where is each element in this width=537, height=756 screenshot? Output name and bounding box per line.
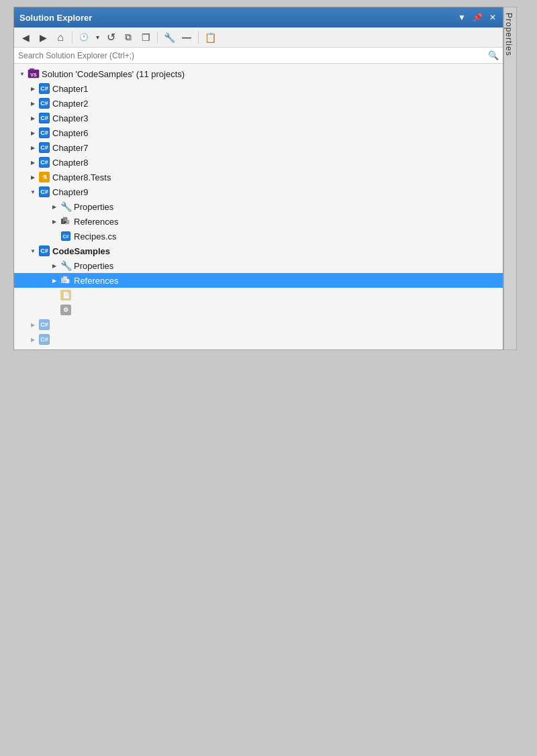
svg-rect-1 [30, 68, 34, 70]
expand-codesamples-references[interactable]: ▶ [49, 275, 60, 286]
forward-toolbar-btn[interactable]: ▶ [36, 30, 50, 45]
tree-item-chapter3[interactable]: ▶ C# Chapter3 [14, 111, 503, 125]
chapter9-references-label: References [74, 217, 118, 227]
tree-item-chapter8tests[interactable]: ▶ ⚗ Chapter8.Tests [14, 170, 503, 184]
tree-item-chapter6[interactable]: ▶ C# Chapter6 [14, 125, 503, 140]
tree-item-chapter9-references[interactable]: ▶ References [14, 214, 503, 229]
dropdown-arrow-btn[interactable]: ▾ [94, 30, 101, 45]
expand-chapter9-references[interactable]: ▶ [49, 216, 60, 227]
codesamples-references-label: References [74, 276, 118, 286]
view-toolbar-btn[interactable]: 📋 [203, 30, 217, 45]
minus-toolbar-btn[interactable]: — [179, 30, 194, 45]
chapter9-recipes-label: Recipes.cs [74, 231, 117, 241]
chapter2-icon: C# [38, 97, 50, 109]
title-bar-controls: ▼ 📌 ✕ [456, 13, 497, 22]
expand-chapter8tests[interactable]: ▶ [28, 172, 38, 182]
tree-item-chapter7[interactable]: ▶ C# Chapter7 [14, 140, 503, 155]
refresh-toolbar-btn[interactable]: ↺ [103, 30, 118, 45]
tree-item-chapter9-properties[interactable]: ▶ 🔧 Properties [14, 199, 503, 214]
svg-text:VS: VS [30, 72, 37, 77]
chapter7-label: Chapter7 [52, 143, 88, 153]
solution-icon: VS [28, 68, 40, 80]
toolbar-sep-3 [198, 32, 199, 44]
search-bar: 🔍 [14, 48, 503, 64]
expand-codesamples[interactable]: ▼ [28, 246, 38, 256]
expand-extra1[interactable]: ▶ [28, 319, 38, 330]
tree-area: ▼ VS Solution 'CodeSamples' (11 projects… [14, 64, 503, 349]
expand-chapter8[interactable]: ▶ [28, 157, 38, 168]
close-title-btn[interactable]: ✕ [488, 13, 497, 22]
extra1-icon: C# [38, 319, 50, 331]
svg-rect-10 [64, 280, 66, 282]
extra2-icon: C# [38, 333, 50, 345]
expand-chapter9-properties[interactable]: ▶ [49, 201, 60, 212]
pin-btn[interactable]: 📌 [471, 13, 484, 22]
properties-tab-label: Properties [504, 13, 514, 56]
solution-explorer-panel: Solution Explorer ▼ 📌 ✕ ◀ ▶ ⌂ 🕐 ▾ ↺ ⧉ ❐ … [13, 7, 503, 350]
toolbar-sep-1 [72, 32, 72, 44]
chapter9-label: Chapter9 [52, 187, 88, 197]
chapter3-icon: C# [38, 112, 50, 124]
chapter9-properties-label: Properties [74, 202, 113, 212]
tree-item-partial-2[interactable]: ⚙ [14, 303, 503, 317]
svg-rect-6 [64, 221, 66, 223]
copy2-toolbar-btn[interactable]: ❐ [138, 30, 153, 45]
chapter1-label: Chapter1 [52, 84, 88, 94]
tree-item-partial-1[interactable]: 📄 [14, 288, 503, 303]
expand-extra2[interactable]: ▶ [28, 334, 38, 345]
tree-item-chapter8[interactable]: ▶ C# Chapter8 [14, 155, 503, 170]
codesamples-label: CodeSamples [52, 246, 110, 256]
expand-chapter1[interactable]: ▶ [28, 83, 38, 94]
expand-solution[interactable]: ▼ [17, 68, 28, 79]
tree-item-codesamples-properties[interactable]: ▶ 🔧 Properties [14, 258, 503, 273]
toolbar-sep-2 [157, 32, 158, 44]
back-toolbar-btn[interactable]: ◀ [18, 30, 33, 45]
search-input[interactable] [18, 51, 488, 60]
expand-chapter7[interactable]: ▶ [28, 142, 38, 153]
tree-item-codesamples-references[interactable]: ▶ References [14, 273, 503, 288]
toolbar: ◀ ▶ ⌂ 🕐 ▾ ↺ ⧉ ❐ 🔧 — 📋 [14, 28, 503, 48]
chapter3-label: Chapter3 [52, 113, 88, 123]
chapter8tests-label: Chapter8.Tests [52, 172, 111, 182]
chapter1-icon: C# [38, 83, 50, 95]
expand-chapter6[interactable]: ▶ [28, 127, 38, 138]
references-icon [60, 215, 72, 227]
codesamples-references-icon [60, 274, 72, 286]
tree-item-extra2[interactable]: ▶ C# [14, 332, 503, 347]
tree-item-extra1[interactable]: ▶ C# [14, 317, 503, 332]
partial2-icon: ⚙ [60, 304, 72, 316]
tree-item-chapter9[interactable]: ▼ C# Chapter9 [14, 184, 503, 199]
expand-codesamples-properties[interactable]: ▶ [49, 260, 60, 271]
tree-item-solution[interactable]: ▼ VS Solution 'CodeSamples' (11 projects… [14, 66, 503, 81]
tree-item-chapter2[interactable]: ▶ C# Chapter2 [14, 96, 503, 111]
expand-chapter2[interactable]: ▶ [28, 98, 38, 109]
dropdown-title-btn[interactable]: ▼ [456, 13, 467, 22]
expand-chapter9[interactable]: ▼ [28, 186, 38, 197]
chapter2-label: Chapter2 [52, 99, 88, 109]
tree-item-codesamples[interactable]: ▼ C# CodeSamples [14, 244, 503, 258]
properties-side-tab[interactable]: Properties [503, 7, 517, 350]
tree-item-chapter9-recipes[interactable]: C# Recipes.cs [14, 229, 503, 244]
chapter6-icon: C# [38, 127, 50, 139]
tree-item-chapter1[interactable]: ▶ C# Chapter1 [14, 81, 503, 96]
chapter8-icon: C# [38, 156, 50, 168]
codesamples-properties-icon: 🔧 [60, 260, 72, 272]
title-bar-title: Solution Explorer [19, 13, 92, 23]
chapter9-icon: C# [38, 186, 50, 198]
search-icon: 🔍 [488, 50, 499, 60]
chapter6-label: Chapter6 [52, 128, 88, 138]
codesamples-properties-label: Properties [74, 261, 113, 271]
history-toolbar-btn[interactable]: 🕐 [77, 30, 91, 45]
codesamples-icon: C# [38, 245, 50, 257]
title-bar: Solution Explorer ▼ 📌 ✕ [14, 7, 503, 28]
properties-icon: 🔧 [60, 201, 72, 213]
recipes-icon: C# [60, 230, 72, 242]
settings-toolbar-btn[interactable]: 🔧 [162, 30, 177, 45]
expand-chapter3[interactable]: ▶ [28, 113, 38, 123]
solution-label: Solution 'CodeSamples' (11 projects) [42, 69, 185, 79]
chapter7-icon: C# [38, 142, 50, 154]
chapter8-label: Chapter8 [52, 158, 88, 168]
chapter8tests-icon: ⚗ [38, 171, 50, 183]
home-toolbar-btn[interactable]: ⌂ [53, 30, 68, 45]
copy1-toolbar-btn[interactable]: ⧉ [121, 30, 136, 45]
